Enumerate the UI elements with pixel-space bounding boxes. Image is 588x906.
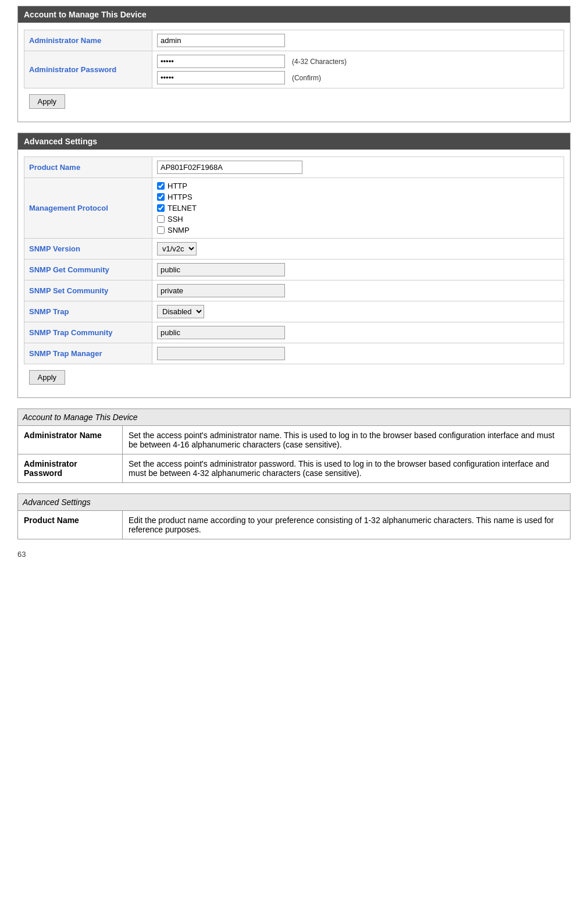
snmp-get-label: SNMP Get Community — [24, 260, 152, 280]
admin-password-term: Administrator Password — [18, 454, 123, 483]
advanced-desc-title: Advanced Settings — [18, 494, 571, 511]
snmp-get-row: SNMP Get Community — [24, 260, 564, 280]
protocol-telnet-checkbox[interactable] — [157, 204, 165, 212]
snmp-trap-community-input[interactable] — [157, 326, 285, 339]
snmp-trap-community-value-cell — [152, 322, 564, 343]
protocol-telnet-label: TELNET — [168, 204, 197, 212]
advanced-section-header: Advanced Settings — [18, 133, 570, 150]
product-name-label: Product Name — [24, 157, 152, 178]
account-desc-header-row: Account to Manage This Device — [18, 409, 571, 426]
password-hint2: (Confirm) — [292, 74, 321, 82]
account-apply-row: Apply — [24, 88, 564, 115]
admin-password-input[interactable] — [157, 55, 285, 68]
advanced-apply-button[interactable]: Apply — [29, 370, 66, 385]
advanced-section: Advanced Settings Product Name Managemen… — [17, 133, 571, 398]
snmp-trap-community-label: SNMP Trap Community — [24, 322, 152, 343]
snmp-version-row: SNMP Version v1/v2c v3 — [24, 239, 564, 260]
protocol-ssh-checkbox[interactable] — [157, 215, 165, 223]
protocol-ssh-item: SSH — [157, 215, 559, 223]
admin-password-definition: Set the access point's administrator pas… — [123, 454, 571, 483]
snmp-get-input[interactable] — [157, 263, 285, 276]
product-name-term: Product Name — [18, 511, 123, 539]
protocol-https-item: HTTPS — [157, 193, 559, 201]
admin-password-confirm-input[interactable] — [157, 71, 285, 84]
product-name-definition: Edit the product name according to your … — [123, 511, 571, 539]
password-hint1: (4-32 Characters) — [292, 58, 347, 66]
advanced-desc-table: Advanced Settings Product Name Edit the … — [17, 493, 571, 539]
account-apply-cell: Apply — [24, 88, 564, 115]
protocol-telnet-item: TELNET — [157, 204, 559, 212]
snmp-set-label: SNMP Set Community — [24, 280, 152, 301]
protocol-checkbox-group: HTTP HTTPS TELNET — [157, 182, 559, 235]
admin-name-value-cell — [152, 30, 564, 51]
snmp-trap-manager-label: SNMP Trap Manager — [24, 343, 152, 364]
snmp-trap-value-cell: Disabled Enabled — [152, 301, 564, 322]
product-name-row: Product Name — [24, 157, 564, 178]
protocol-snmp-item: SNMP — [157, 226, 559, 235]
snmp-version-label: SNMP Version — [24, 239, 152, 260]
product-name-input[interactable] — [157, 161, 302, 174]
account-apply-button[interactable]: Apply — [29, 94, 66, 109]
protocol-ssh-label: SSH — [168, 215, 183, 223]
admin-password-label: Administrator Password — [24, 51, 152, 88]
admin-name-label: Administrator Name — [24, 30, 152, 51]
snmp-trap-community-row: SNMP Trap Community — [24, 322, 564, 343]
snmp-trap-manager-input[interactable] — [157, 347, 285, 360]
snmp-version-value-cell: v1/v2c v3 — [152, 239, 564, 260]
product-name-value-cell — [152, 157, 564, 178]
protocol-http-checkbox[interactable] — [157, 182, 165, 190]
snmp-trap-manager-value-cell — [152, 343, 564, 364]
protocol-snmp-label: SNMP — [168, 226, 190, 235]
page-number: 63 — [17, 550, 571, 559]
protocol-http-label: HTTP — [168, 182, 187, 190]
snmp-set-row: SNMP Set Community — [24, 280, 564, 301]
protocol-http-item: HTTP — [157, 182, 559, 190]
management-protocol-row: Management Protocol HTTP HTTPS — [24, 178, 564, 239]
account-desc-title: Account to Manage This Device — [18, 409, 571, 426]
snmp-trap-select[interactable]: Disabled Enabled — [157, 305, 204, 318]
admin-name-definition: Set the access point's administrator nam… — [123, 426, 571, 454]
advanced-apply-cell: Apply — [24, 364, 564, 391]
admin-password-row: Administrator Password (4-32 Characters)… — [24, 51, 564, 88]
snmp-version-select[interactable]: v1/v2c v3 — [157, 242, 197, 255]
product-name-desc-row: Product Name Edit the product name accor… — [18, 511, 571, 539]
snmp-trap-manager-row: SNMP Trap Manager — [24, 343, 564, 364]
protocol-https-checkbox[interactable] — [157, 193, 165, 201]
admin-name-desc-row: Administrator Name Set the access point'… — [18, 426, 571, 454]
management-protocol-value-cell: HTTP HTTPS TELNET — [152, 178, 564, 239]
snmp-set-input[interactable] — [157, 284, 285, 297]
protocol-https-label: HTTPS — [168, 193, 193, 201]
snmp-trap-label: SNMP Trap — [24, 301, 152, 322]
advanced-form-table: Product Name Management Protocol HTTP — [24, 157, 564, 390]
admin-name-input[interactable] — [157, 34, 285, 47]
account-section: Account to Manage This Device Administra… — [17, 6, 571, 122]
account-form-table: Administrator Name Administrator Passwor… — [24, 30, 564, 115]
advanced-desc-header-row: Advanced Settings — [18, 494, 571, 511]
admin-name-row: Administrator Name — [24, 30, 564, 51]
snmp-get-value-cell — [152, 260, 564, 280]
admin-name-term: Administrator Name — [18, 426, 123, 454]
management-protocol-label: Management Protocol — [24, 178, 152, 239]
account-desc-table: Account to Manage This Device Administra… — [17, 408, 571, 483]
snmp-set-value-cell — [152, 280, 564, 301]
protocol-snmp-checkbox[interactable] — [157, 226, 165, 234]
admin-password-value-cell: (4-32 Characters) (Confirm) — [152, 51, 564, 88]
account-section-header: Account to Manage This Device — [18, 6, 570, 23]
advanced-apply-row: Apply — [24, 364, 564, 391]
snmp-trap-row: SNMP Trap Disabled Enabled — [24, 301, 564, 322]
admin-password-desc-row: Administrator Password Set the access po… — [18, 454, 571, 483]
